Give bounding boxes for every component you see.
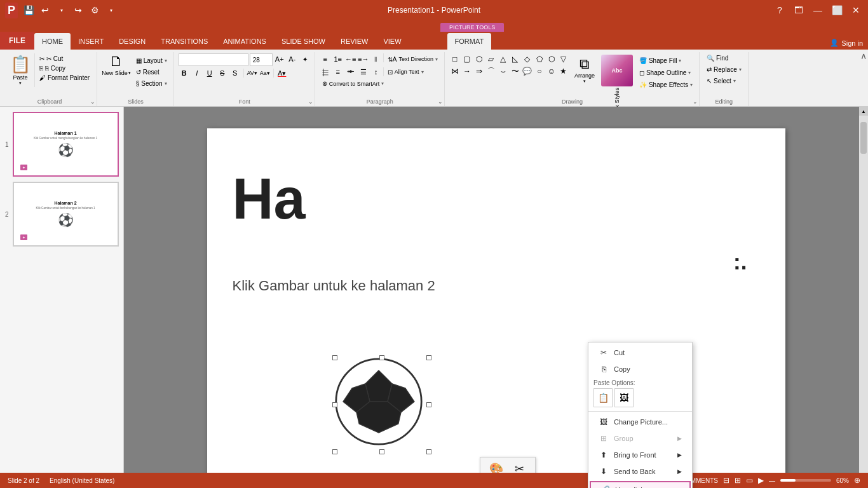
vertical-scrollbar[interactable]: ▲ ▼ — [859, 107, 868, 488]
shape-oval[interactable]: ○ — [534, 65, 545, 77]
shape-hexagon[interactable]: ⬡ — [546, 53, 557, 65]
tab-insert[interactable]: INSERT — [71, 33, 111, 50]
slide-2-thumbnail[interactable]: Halaman 2 Klik Gambar untuk berhubungan … — [13, 182, 119, 247]
cm-cut[interactable]: ✂ Cut — [588, 344, 692, 361]
align-center-button[interactable]: ≡ — [332, 66, 344, 78]
save-button[interactable]: 💾 — [22, 3, 36, 17]
numbered-list-button[interactable]: 1≡ — [332, 53, 344, 65]
tab-design[interactable]: DESIGN — [111, 33, 153, 50]
paste-button[interactable]: 📋 Paste ▾ — [6, 53, 35, 87]
shape-effects-button[interactable]: ✨ Shape Effects ▾ — [637, 80, 695, 90]
text-direction-button[interactable]: ⇅A Text Direction ▾ — [385, 53, 440, 65]
scroll-up-button[interactable]: ▲ — [859, 107, 868, 116]
shape-smiley[interactable]: ☺ — [546, 65, 557, 77]
underline-button[interactable]: U — [204, 67, 215, 79]
shape-rounded-rect[interactable]: ▢ — [461, 53, 473, 65]
ribbon-collapse-button[interactable]: ∧ — [860, 51, 867, 61]
handle-bm[interactable] — [379, 449, 384, 454]
find-button[interactable]: 🔍 Find — [704, 53, 744, 63]
undo-dropdown-button[interactable]: ▾ — [55, 3, 69, 17]
font-spacing-button[interactable]: AV▾ — [247, 67, 258, 79]
shape-pentagon[interactable]: ⬠ — [534, 53, 545, 65]
font-size-decrease-button[interactable]: A- — [287, 53, 298, 65]
replace-button[interactable]: ⇄ Replace ▾ — [704, 65, 744, 74]
font-size-input[interactable] — [250, 53, 273, 66]
shape-callout[interactable]: 💬 — [522, 65, 533, 77]
change-case-button[interactable]: Aa▾ — [259, 67, 271, 79]
bold-button[interactable]: B — [179, 67, 190, 79]
line-spacing-button[interactable]: ↕ — [370, 66, 382, 78]
handle-br[interactable] — [426, 449, 431, 454]
shape-curve[interactable]: ⌒ — [485, 65, 497, 77]
scrollbar-thumb[interactable] — [860, 122, 867, 154]
shape-star[interactable]: ★ — [558, 65, 569, 77]
shape-outline-button[interactable]: ◻ Shape Outline ▾ — [637, 68, 695, 78]
bullet-list-button[interactable]: ≡ — [320, 53, 331, 65]
tab-home[interactable]: HOME — [34, 33, 71, 50]
shape-rtriangle[interactable]: ◺ — [510, 53, 521, 65]
arrange-button[interactable]: ⧉ Arrange ▾ — [572, 53, 597, 86]
shape-rect[interactable]: □ — [449, 53, 461, 65]
normal-view-button[interactable]: ⊟ — [723, 476, 729, 485]
paste-picture-button[interactable]: 🖼 — [614, 388, 634, 407]
shape-snip[interactable]: ⬡ — [473, 53, 485, 65]
cm-hyperlink[interactable]: 🔗 Hyperlink... — [590, 481, 691, 488]
layout-button[interactable]: ▦ Layout ▾ — [133, 56, 170, 65]
tab-animations[interactable]: ANIMATIONS — [215, 33, 274, 50]
cm-copy[interactable]: ⎘ Copy — [588, 361, 692, 377]
minimize-button[interactable]: — — [811, 3, 825, 17]
cm-change-picture[interactable]: 🖼 Change Picture... — [588, 414, 692, 430]
presentation-view-button[interactable]: ▶ — [758, 476, 764, 485]
shape-more[interactable]: ▽ — [558, 53, 569, 65]
font-expand-icon[interactable]: ⌄ — [308, 98, 313, 105]
tab-review[interactable]: REVIEW — [333, 33, 376, 50]
shape-arc[interactable]: ⌣ — [498, 65, 509, 77]
decrease-indent-button[interactable]: ←≡ — [345, 53, 356, 65]
paste-keep-source-button[interactable]: 📋 — [593, 388, 613, 407]
font-name-input[interactable] — [179, 53, 248, 66]
help-button[interactable]: ? — [773, 3, 787, 17]
increase-indent-button[interactable]: ≡→ — [358, 53, 369, 65]
convert-smartart-button[interactable]: ⊗ Convert to SmartArt ▾ — [320, 79, 387, 88]
tab-view[interactable]: VIEW — [376, 33, 409, 50]
shape-chevron[interactable]: ⋈ — [449, 65, 461, 77]
font-size-increase-button[interactable]: A+ — [274, 53, 285, 65]
maximize-button[interactable]: ⬜ — [830, 3, 844, 17]
shape-fill-button[interactable]: 🪣 Shape Fill ▾ — [637, 56, 695, 65]
clear-format-button[interactable]: ✦ — [299, 53, 311, 65]
format-painter-button[interactable]: 🖌 Format Painter — [37, 74, 92, 82]
align-text-button[interactable]: ⊡ Align Text ▾ — [385, 67, 426, 77]
shape-triangle[interactable]: △ — [498, 53, 509, 65]
customize-dropdown-button[interactable]: ▾ — [104, 3, 118, 17]
shadow-button[interactable]: S — [229, 67, 241, 79]
customize-quick-access-button[interactable]: ⚙ — [88, 3, 102, 17]
handle-tm[interactable] — [379, 355, 384, 360]
close-button[interactable]: ✕ — [849, 3, 863, 17]
font-color-button[interactable]: A▾ — [276, 67, 288, 79]
shape-parallelogram[interactable]: ▱ — [485, 53, 497, 65]
drawing-expand-icon[interactable]: ⌄ — [693, 98, 698, 105]
cm-bring-to-front[interactable]: ⬆ Bring to Front ▶ — [588, 447, 692, 463]
new-slide-button[interactable]: 🗋 New Slide ▾ — [102, 53, 131, 76]
column-button[interactable]: ⫴ — [370, 53, 382, 65]
section-button[interactable]: § Section ▾ — [133, 79, 170, 88]
select-button[interactable]: ↖ Select ▾ — [704, 76, 744, 86]
handle-ml[interactable] — [332, 402, 337, 407]
handle-tr[interactable] — [426, 355, 431, 360]
slide-sorter-button[interactable]: ⊞ — [735, 476, 741, 485]
tab-format[interactable]: FORMAT — [447, 33, 492, 50]
shape-darrow[interactable]: ⇒ — [473, 65, 485, 77]
strikethrough-button[interactable]: S — [217, 67, 228, 79]
zoom-slider[interactable] — [780, 479, 831, 482]
handle-bl[interactable] — [332, 449, 337, 454]
italic-button[interactable]: I — [191, 67, 203, 79]
justify-button[interactable]: ☰ — [358, 66, 369, 78]
align-left-button[interactable]: ⬱ — [320, 66, 331, 78]
cut-button[interactable]: ✂ ✂ Cut — [37, 55, 92, 63]
reading-view-button[interactable]: ▭ — [746, 476, 753, 485]
slide-1-thumbnail[interactable]: Halaman 1 Klik Gambar untuk menghubungka… — [13, 112, 119, 177]
undo-button[interactable]: ↩ — [38, 3, 52, 17]
fit-slide-button[interactable]: ⊕ — [854, 476, 860, 485]
soccer-ball-container[interactable] — [334, 357, 430, 452]
shape-arrow[interactable]: → — [461, 65, 473, 77]
